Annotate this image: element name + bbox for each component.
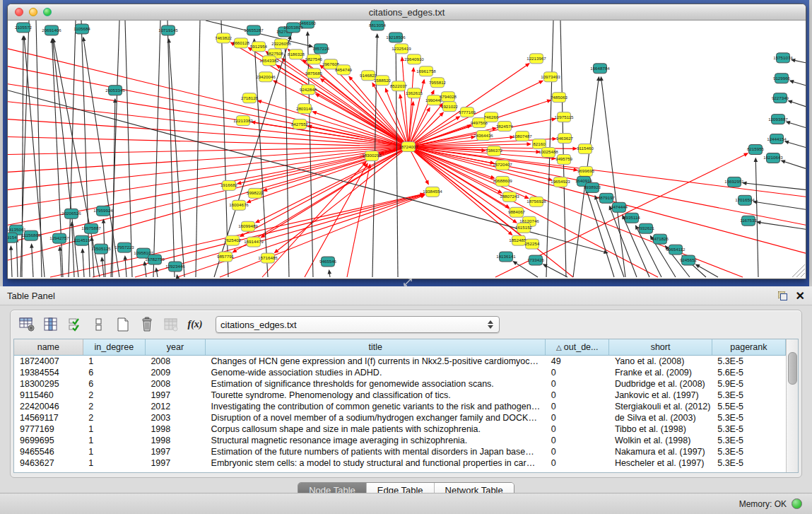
- graph-node[interactable]: 19975887: [81, 223, 101, 233]
- graph-node[interactable]: 10807487: [512, 132, 532, 141]
- graph-node[interactable]: 7955812: [429, 78, 447, 88]
- graph-edge[interactable]: [196, 21, 200, 277]
- graph-node[interactable]: 9245652: [680, 255, 698, 265]
- pane-resize-grip-icon[interactable]: [404, 278, 412, 286]
- table-cell[interactable]: Structural magnetic resonance image aver…: [206, 435, 546, 446]
- graph-node[interactable]: 8938923: [584, 182, 601, 192]
- float-panel-icon[interactable]: [778, 291, 787, 300]
- graph-edge[interactable]: [316, 94, 408, 146]
- graph-node[interactable]: 20206526: [61, 209, 81, 218]
- graph-node[interactable]: 10719145: [158, 25, 178, 35]
- table-cell[interactable]: 19384554: [14, 367, 83, 378]
- graph-edge[interactable]: [743, 183, 806, 190]
- graph-node[interactable]: 10654112: [666, 245, 686, 255]
- table-cell[interactable]: 5.3E-5: [712, 424, 785, 435]
- graph-edge[interactable]: [22, 37, 23, 277]
- graph-node[interactable]: 15751074: [773, 53, 793, 63]
- graph-node[interactable]: 9115460: [577, 144, 594, 154]
- graph-edge[interactable]: [11, 247, 12, 277]
- graph-node[interactable]: 8454749: [335, 65, 353, 75]
- graph-node[interactable]: 12325419: [392, 44, 411, 54]
- graph-node[interactable]: 10973493: [541, 72, 560, 82]
- table-cell[interactable]: Estimation of the future numbers of pati…: [206, 446, 546, 457]
- graph-node[interactable]: 39154: [8, 233, 18, 243]
- graph-node[interactable]: 8660128: [233, 38, 250, 48]
- table-cell[interactable]: 1998: [145, 424, 205, 435]
- graph-node[interactable]: 16961758: [416, 66, 436, 76]
- table-row[interactable]: 1938455462009Genome-wide association stu…: [14, 367, 786, 378]
- graph-node[interactable]: 23640910: [404, 54, 424, 64]
- table-cell[interactable]: 0: [546, 446, 609, 457]
- table-cell[interactable]: de Silva et al. (2003): [609, 412, 712, 424]
- graph-node[interactable]: 12942757: [49, 233, 69, 243]
- new-table-icon[interactable]: [112, 315, 134, 334]
- graph-node[interactable]: 7625402: [224, 235, 242, 245]
- table-cell[interactable]: 9777169: [14, 424, 83, 435]
- graph-node[interactable]: 9875685: [305, 69, 323, 78]
- graph-node[interactable]: 3824574: [496, 122, 514, 132]
- graph-edge[interactable]: [60, 247, 61, 277]
- graph-node[interactable]: 746266: [484, 112, 499, 122]
- graph-node[interactable]: 9465546: [319, 257, 337, 267]
- table-cell[interactable]: Embryonic stem cells: a model to study s…: [206, 457, 546, 469]
- canvas-resize-grip-icon[interactable]: [796, 269, 805, 277]
- graph-node[interactable]: 9242848: [300, 85, 317, 95]
- function-builder-icon[interactable]: f(x): [184, 315, 206, 334]
- table-row[interactable]: 977716911998Corpus callosum shape and si…: [14, 424, 786, 435]
- graph-node[interactable]: 26053346: [105, 86, 125, 95]
- graph-node[interactable]: 5998222: [247, 188, 264, 198]
- table-cell[interactable]: 5.3E-5: [712, 457, 785, 469]
- graph-node[interactable]: 18807243: [500, 192, 519, 201]
- table-cell[interactable]: 0: [546, 424, 609, 435]
- close-panel-icon[interactable]: ✕: [796, 291, 805, 300]
- graph-edge[interactable]: [8, 147, 408, 261]
- table-cell[interactable]: 9463627: [14, 457, 83, 469]
- graph-edge[interactable]: [111, 21, 119, 277]
- table-row[interactable]: 969969511998Structural magnetic resonanc…: [14, 435, 786, 446]
- zoom-window-button[interactable]: [43, 8, 52, 16]
- graph-node[interactable]: 10025488: [539, 148, 558, 158]
- rows-stack-icon[interactable]: [88, 315, 110, 334]
- graph-node[interactable]: 7463822: [215, 33, 233, 43]
- table-cell[interactable]: 1: [83, 446, 145, 457]
- table-cell[interactable]: 5.3E-5: [712, 435, 785, 446]
- table-cell[interactable]: 2008: [145, 378, 205, 390]
- graph-edge[interactable]: [153, 21, 160, 277]
- graph-node[interactable]: 9463627: [556, 134, 574, 144]
- graph-node[interactable]: 12505125: [91, 244, 111, 254]
- graph-node[interactable]: 20691406: [42, 25, 61, 35]
- graph-node[interactable]: 7386372: [486, 146, 503, 156]
- graph-edge[interactable]: [543, 264, 567, 277]
- graph-node[interactable]: 8427552: [291, 119, 309, 129]
- close-window-button[interactable]: [15, 8, 23, 16]
- graph-edge[interactable]: [782, 160, 806, 168]
- table-cell[interactable]: Disruption of a novel member of a sodium…: [206, 412, 546, 424]
- graph-edge[interactable]: [8, 119, 408, 147]
- graph-edge[interactable]: [125, 21, 132, 277]
- graph-node[interactable]: 2935114: [623, 213, 640, 223]
- graph-node[interactable]: 7485063: [551, 93, 568, 103]
- table-cell[interactable]: Hescheler et al. (1997): [609, 457, 712, 469]
- table-cell[interactable]: 14569117: [14, 412, 83, 424]
- table-cell[interactable]: 18300295: [14, 378, 83, 390]
- graph-node[interactable]: 15716485: [258, 253, 278, 263]
- graph-node[interactable]: 12923446: [165, 262, 185, 271]
- table-cell[interactable]: 49: [546, 356, 609, 368]
- graph-node[interactable]: 1167533: [740, 216, 757, 226]
- table-cell[interactable]: 1: [83, 356, 145, 368]
- graph-node[interactable]: 6794028: [440, 92, 457, 102]
- graph-node[interactable]: 1588520: [374, 76, 392, 86]
- minimize-window-button[interactable]: [29, 8, 37, 16]
- graph-node[interactable]: 8215955: [747, 145, 765, 155]
- table-cell[interactable]: 1997: [145, 457, 205, 469]
- table-row[interactable]: 911546021997Tourette syndrome. Phenomeno…: [14, 390, 786, 401]
- graph-node[interactable]: 9495759: [555, 154, 573, 164]
- graph-node[interactable]: 2105572: [15, 23, 33, 33]
- table-cell[interactable]: 5.3E-5: [712, 446, 785, 457]
- column-header[interactable]: △out_de...: [546, 339, 609, 356]
- graph-node[interactable]: 16099489: [238, 221, 258, 231]
- table-cell[interactable]: 2003: [145, 412, 205, 424]
- graph-node[interactable]: 19384554: [423, 187, 442, 197]
- graph-node[interactable]: 15720407: [493, 160, 512, 170]
- graph-node[interactable]: 2718126: [241, 93, 259, 103]
